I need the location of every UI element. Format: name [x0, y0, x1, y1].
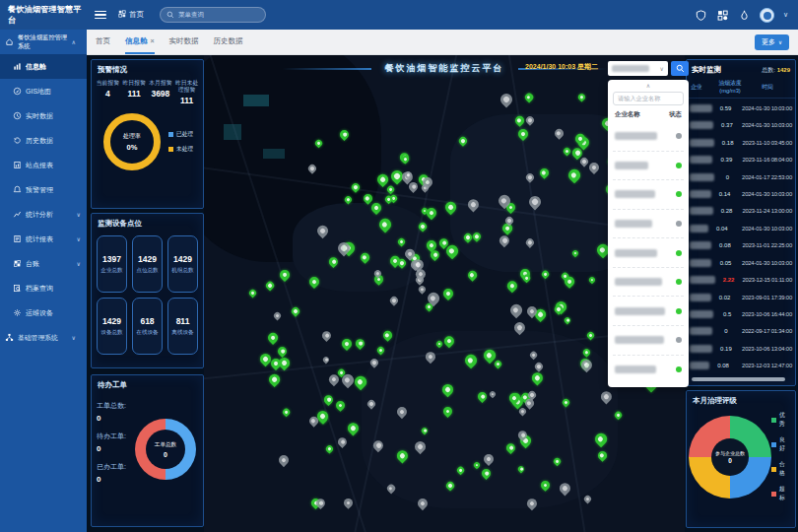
sidebar-item-11[interactable]: 运维设备 [0, 300, 87, 325]
map-pin-green[interactable] [282, 407, 291, 416]
map-pin-green[interactable] [324, 444, 334, 454]
table-row[interactable]: 0.052024-01-30 10:03:00 [690, 254, 792, 271]
map-pin-green[interactable] [564, 316, 572, 325]
sidebar-item-2[interactable]: GIS地图 [0, 79, 87, 103]
company-name-blurred [615, 336, 664, 344]
table-row[interactable]: 02022-09-17 01:34:00 [690, 323, 792, 340]
table-row[interactable]: 0.282023-11-24 13:00:00 [690, 203, 792, 220]
sidebar-item-7[interactable]: 统计分析∨ [0, 202, 87, 227]
sidebar-item-8[interactable]: 统计报表∨ [0, 227, 87, 251]
map-pin-green[interactable] [441, 287, 455, 300]
apps-icon[interactable] [716, 9, 729, 22]
company-list-item[interactable] [613, 326, 684, 356]
table-row[interactable]: 02024-01-17 22:53:00 [690, 168, 792, 185]
company-search-button[interactable] [671, 61, 689, 76]
concentration-value: 0.18 [714, 140, 742, 146]
hamburger-menu-icon[interactable] [95, 9, 106, 21]
company-list-item[interactable] [613, 180, 684, 210]
tab-1[interactable]: 首页 [96, 30, 110, 54]
more-button[interactable]: 更多 ∨ [755, 34, 789, 50]
sidebar-item-10[interactable]: 档案查询 [0, 276, 87, 300]
company-list-item[interactable] [613, 238, 684, 268]
chevron-down-icon[interactable]: ∨ [783, 11, 788, 19]
map-pin-gray[interactable] [418, 285, 429, 296]
realtime-header: 实时监测 总数: 1429 [687, 60, 795, 77]
rating-center-label: 参与企业总数 [715, 450, 745, 456]
sidebar-item-9[interactable]: 台账∨ [0, 251, 87, 276]
sidebar-item-1[interactable]: 信息舱 [0, 54, 87, 79]
table-row[interactable]: 0.082023-11-01 22:25:00 [690, 237, 792, 254]
map-pin-green[interactable] [576, 92, 586, 101]
map-pin-gray[interactable] [320, 329, 333, 342]
company-list-item[interactable] [613, 210, 684, 239]
company-list-item[interactable] [613, 297, 684, 326]
company-list-item[interactable] [613, 122, 684, 152]
map-pin-gray[interactable] [507, 301, 523, 317]
map-pin-green[interactable] [524, 92, 535, 102]
map-pin-gray[interactable] [582, 495, 592, 504]
map-pin-green[interactable] [505, 278, 520, 293]
company-select[interactable]: ∨ [608, 61, 668, 76]
map-pin-green[interactable] [588, 276, 597, 285]
map-pin-green[interactable] [340, 337, 354, 351]
sidebar-system-header[interactable]: 餐饮油烟监控管理系统∧ [0, 30, 87, 54]
close-icon[interactable]: × [151, 37, 155, 44]
map-pin-gray[interactable] [277, 453, 291, 467]
map-pin-gray[interactable] [321, 355, 330, 364]
tab-2[interactable]: 信息舱× [125, 30, 155, 54]
table-row[interactable]: 0.52023-10-06 16:44:00 [690, 305, 792, 322]
topbar-home-tab[interactable]: 首页 [118, 10, 144, 20]
legend-swatch [771, 418, 776, 423]
sidebar-item-5[interactable]: 站点报表 [0, 153, 87, 177]
more-button-label: 更多 [762, 37, 775, 47]
map-pin-gray[interactable] [272, 311, 282, 321]
dashboard: 餐饮油烟智能监控云平台 2024/1/30 10:03 星期二 预警情况 当前报… [87, 55, 798, 532]
map-pin-green[interactable] [334, 399, 347, 412]
company-name-blurred [690, 362, 709, 369]
tab-3[interactable]: 实时数据 [169, 30, 199, 54]
company-search-widget: ∨ ∧ 请输入企业名称 企业名称 状态 [608, 61, 689, 387]
table-row[interactable]: 0.022023-09-01 17:39:00 [690, 289, 792, 305]
table-row[interactable]: 0.082023-12-03 12:47:00 [690, 358, 792, 374]
legend-item: 已处理 [168, 130, 193, 139]
company-name-blurred [690, 276, 715, 284]
map-pin-gray[interactable] [388, 295, 400, 306]
shield-icon[interactable] [695, 9, 707, 22]
map-pin-gray[interactable] [499, 91, 515, 107]
table-row[interactable]: 0.192023-10-06 13:04:00 [690, 340, 792, 357]
table-row[interactable]: 0.372024-01-30 10:03:00 [690, 117, 792, 134]
sidebar-item-4[interactable]: 历史数据 [0, 128, 87, 153]
table-row[interactable]: 0.042024-01-30 10:03:00 [690, 220, 792, 236]
table-row[interactable]: 0.182023-11-10 03:45:00 [690, 134, 792, 151]
horizontal-scrollbar[interactable] [692, 377, 785, 381]
device-stat-card: 1397企业总数 [97, 235, 127, 293]
table-row[interactable]: 0.142024-01-30 10:03:00 [690, 185, 792, 202]
map-pin-green[interactable] [267, 372, 282, 387]
company-name-blurred [690, 327, 712, 335]
sidebar-item-3[interactable]: 实时数据 [0, 103, 87, 128]
avatar[interactable] [760, 8, 774, 23]
map-pin-green[interactable] [381, 329, 393, 341]
company-name-input[interactable]: 请输入企业名称 [613, 92, 684, 105]
map-pin-green[interactable] [346, 420, 362, 435]
legend-item: 合格 [771, 460, 789, 478]
tab-4[interactable]: 历史数据 [214, 30, 243, 54]
menu-search-input[interactable]: 菜单查询 [160, 7, 266, 23]
company-list-item[interactable] [613, 152, 684, 181]
map-pin-green[interactable] [247, 289, 257, 299]
map-pin-green[interactable] [266, 331, 280, 345]
sidebar-item-6[interactable]: 预警管理 [0, 177, 87, 202]
company-list-item[interactable] [613, 268, 684, 298]
map-pin-green[interactable] [466, 270, 478, 282]
sidebar-item-base-system[interactable]: 基础管理系统∨ [0, 325, 87, 350]
map-pin-green[interactable] [354, 337, 366, 350]
flame-icon[interactable] [738, 9, 751, 22]
collapse-caret-icon[interactable]: ∧ [613, 82, 684, 90]
table-row[interactable]: 0.392023-11-16 08:04:00 [690, 151, 792, 167]
company-list-item[interactable] [613, 356, 684, 384]
table-row[interactable]: 2.222023-12-15 01:11:00 [690, 271, 792, 288]
table-row[interactable]: 0.592024-01-30 10:03:00 [690, 100, 792, 116]
map-pin-green[interactable] [276, 345, 289, 358]
map-pin-green[interactable] [265, 280, 276, 291]
alarm-ring-row: 处理率 0% 已处理未处理 [92, 107, 203, 170]
